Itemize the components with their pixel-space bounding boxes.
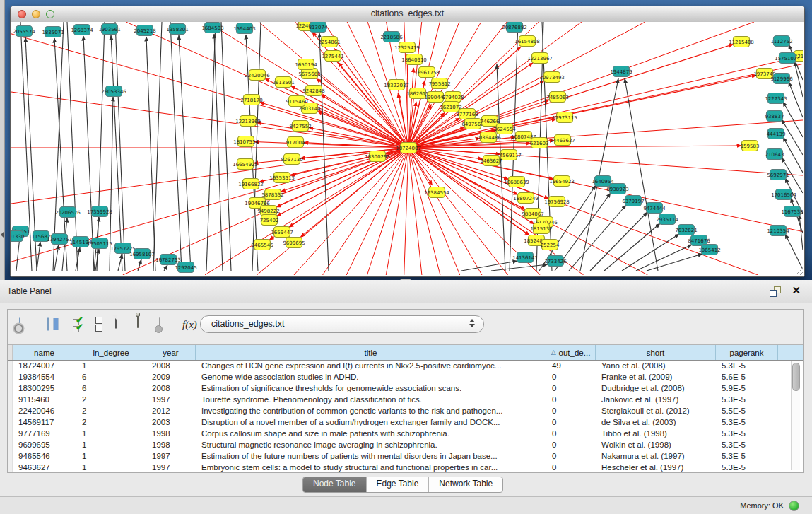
graph-node[interactable]: 1167533 [781, 206, 803, 217]
table-row[interactable]: 969969511998Structural magnetic resonanc… [8, 440, 803, 451]
show-columns-icon[interactable] [47, 318, 49, 331]
graph-node[interactable]: 19654923 [549, 176, 575, 187]
citation-edge-ray[interactable] [404, 148, 408, 275]
graph-node[interactable]: 2045218 [134, 25, 155, 36]
graph-node[interactable]: 159583 [741, 141, 760, 151]
citation-edge-ray[interactable] [408, 22, 754, 148]
graph-node[interactable]: 9242848 [302, 86, 324, 96]
network-canvas[interactable]: 2242004627181701221396918107554166549251… [11, 22, 803, 275]
table-row[interactable]: 946554611997Estimation of the future num… [8, 451, 803, 462]
graph-node[interactable]: 252254 [541, 240, 560, 250]
citation-edge-black[interactable] [491, 264, 548, 271]
table-selector-dropdown[interactable]: citations_edges.txt [200, 315, 484, 333]
citation-edge-black[interactable] [153, 22, 162, 271]
graph-node[interactable]: 917004 [286, 137, 305, 148]
graph-node[interactable]: 1684503 [201, 23, 223, 33]
citation-edge-ray[interactable] [367, 148, 408, 275]
citation-edge-black[interactable] [461, 261, 517, 271]
graph-node[interactable]: 9129966 [770, 74, 793, 84]
graph-node[interactable]: 18322037 [384, 80, 409, 90]
graph-node[interactable]: 1944879 [610, 66, 632, 77]
vertical-scrollbar[interactable] [791, 361, 800, 470]
graph-node[interactable]: 9463627 [480, 156, 502, 166]
graph-node[interactable]: 12213969 [235, 116, 261, 127]
graph-node[interactable]: 17016504 [771, 189, 796, 200]
graph-node[interactable]: 1358201 [166, 24, 188, 35]
table-row[interactable]: 946362711997Embryonic stem cells: a mode… [8, 462, 803, 472]
graph-node[interactable]: 12213967 [527, 53, 553, 64]
column-header-title[interactable]: title [196, 345, 546, 360]
citation-edge-ray[interactable] [408, 148, 508, 275]
citation-edge-black[interactable] [782, 119, 803, 155]
column-header-in_degree[interactable]: in_degree [76, 345, 146, 360]
graph-node[interactable]: 20206576 [55, 207, 81, 218]
graph-node[interactable]: 9777169 [456, 109, 478, 119]
citation-edge-black[interactable] [625, 78, 658, 271]
graph-node[interactable]: 7485063 [546, 92, 568, 103]
table-row[interactable]: 1456911722003Disruption of a novel membe… [8, 417, 803, 428]
graph-node[interactable]: 16654925 [233, 159, 258, 170]
delete-table-icon[interactable] [137, 315, 139, 328]
citation-edge-ray[interactable] [294, 148, 408, 275]
scrollbar-thumb[interactable] [792, 363, 800, 391]
graph-node[interactable]: 10973493 [539, 72, 565, 83]
column-header-year[interactable]: year [146, 345, 196, 360]
citation-edge-black[interactable] [221, 22, 231, 271]
column-header-out_degree[interactable]: △out_de... [546, 345, 596, 360]
graph-node[interactable]: 1268374 [71, 25, 93, 35]
citation-edge-black[interactable] [510, 22, 518, 271]
graph-node[interactable]: 11215408 [729, 37, 754, 47]
graph-node[interactable]: 5878332 [261, 189, 283, 200]
graph-node[interactable]: 2935114 [656, 214, 678, 225]
float-panel-icon[interactable] [770, 286, 781, 296]
citation-edge-ray[interactable] [408, 22, 507, 148]
graph-node[interactable]: 391330 [11, 231, 24, 242]
graph-node[interactable]: 3624554 [493, 124, 516, 134]
citation-edge-black[interactable] [16, 237, 20, 271]
graph-node[interactable]: 1112752 [770, 36, 792, 47]
graph-node[interactable]: 210643 [765, 149, 784, 160]
column-header-name[interactable]: name [13, 345, 76, 360]
citation-edge-black[interactable] [785, 234, 803, 269]
graph-node[interactable]: 1815132 [530, 223, 552, 234]
citation-edge-black[interactable] [67, 22, 78, 271]
graph-node[interactable]: 19166822 [238, 179, 264, 189]
graph-node[interactable]: 8427552 [289, 121, 311, 132]
citation-edge[interactable] [300, 148, 408, 237]
graph-node[interactable]: 10688639 [504, 177, 529, 187]
function-builder-icon[interactable]: f(x) [182, 319, 197, 331]
citation-edge-black[interactable] [252, 22, 261, 271]
graph-node[interactable]: 2254061 [318, 37, 340, 47]
table-row[interactable]: 2242004622012Investigating the contribut… [8, 406, 803, 417]
network-window-titlebar[interactable]: citations_edges.txt [11, 6, 804, 23]
tab-edge-table[interactable]: Edge Table [367, 477, 430, 492]
graph-node[interactable]: 6794028 [442, 92, 464, 103]
graph-node[interactable]: 6379197 [622, 196, 644, 206]
citation-edge-black[interactable] [164, 265, 167, 271]
graph-node[interactable]: 16961758 [414, 67, 440, 78]
citation-edge-black[interactable] [636, 245, 692, 271]
graph-node[interactable]: 9465546 [251, 240, 273, 250]
graph-node[interactable]: 12325419 [394, 42, 420, 53]
table-settings-icon[interactable] [19, 318, 20, 331]
graph-node[interactable]: 1275441 [322, 51, 343, 62]
column-header-pagerank[interactable]: pagerank [716, 345, 778, 360]
column-header-short[interactable]: short [596, 345, 716, 360]
graph-node[interactable]: 1292045 [175, 262, 196, 273]
graph-node[interactable]: 8267130 [281, 154, 302, 165]
graph-node[interactable]: 1594403 [233, 23, 255, 34]
graph-node[interactable]: 621603 [530, 138, 549, 148]
table-row[interactable]: 1872400712008Changes of HCN gene express… [8, 361, 803, 372]
citation-edge-black[interactable] [138, 259, 141, 271]
graph-node[interactable]: 938837 [765, 111, 784, 122]
graph-node[interactable]: 725402 [260, 215, 279, 226]
citation-edge-black[interactable] [206, 22, 216, 271]
citation-edge-ray[interactable] [386, 148, 408, 275]
left-panel-collapsed-strip[interactable] [0, 0, 5, 280]
tab-network-table[interactable]: Network Table [429, 477, 502, 492]
graph-node[interactable]: 444139 [767, 129, 786, 139]
citation-edge-black[interactable] [622, 234, 679, 271]
graph-node[interactable]: 813074 [309, 22, 328, 33]
graph-node[interactable]: 9115460 [286, 96, 307, 107]
citation-edge-black[interactable] [783, 137, 803, 173]
